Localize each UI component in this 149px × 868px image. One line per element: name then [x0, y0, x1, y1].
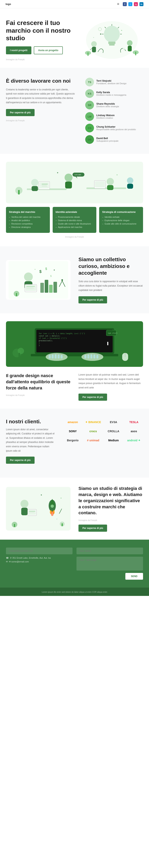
member-name: David Bell — [96, 137, 118, 140]
svg-rect-30 — [107, 185, 114, 190]
member-name: Shane Reynolds — [96, 102, 119, 105]
logos-grid: amazon✦ BINANCEEV3ATESLASONYcrocsCROLLAa… — [64, 418, 143, 444]
logo-text: EV3A — [110, 421, 117, 424]
svg-rect-2 — [108, 42, 116, 44]
hero-title: Fai crescere il tuo marchio con il nostr… — [6, 19, 75, 42]
svg-rect-58 — [45, 280, 48, 293]
svg-rect-57 — [40, 283, 44, 293]
curious-content: Siamo un collettivo curioso, ambizioso e… — [78, 256, 143, 303]
logo-item: TESLA — [125, 418, 143, 426]
team-body: Creiamo la leadership senior e la creati… — [6, 88, 75, 105]
svg-text:npm start: npm start — [108, 332, 118, 334]
svg-text:✦: ✦ — [93, 37, 94, 38]
svg-text:}: } — [39, 344, 40, 346]
curious-learn-more-button[interactable]: Per saperne di più — [78, 296, 107, 303]
footer-text: Lorem ipsum illo enim sed dolore do labo… — [42, 591, 107, 593]
team-left: È diverso lavorare con noi Creiamo la le… — [6, 78, 75, 144]
service-card-title: Identità aziendale — [56, 211, 94, 213]
design-img-label: Immagine da Freepik — [6, 394, 25, 396]
bottom-heading: Siamo un studio di strategia di marca, d… — [78, 486, 143, 516]
member-avatar: TS — [85, 78, 94, 86]
service-card: Strategia del marchio –Verifica del valo… — [6, 207, 50, 233]
curious-svg: $ $ $ ✦ ✦ — [8, 261, 68, 299]
contact-section: ☎ ✆ 351 Emett Lake, Emettville, Aut. Aut… — [0, 539, 149, 588]
service-item: –Esplorazione delle slogan — [102, 219, 140, 222]
svg-rect-84 — [88, 354, 90, 359]
logo-text: amazon — [68, 421, 78, 424]
start-project-button[interactable]: Avvia un progetto — [34, 46, 63, 54]
svg-point-47 — [24, 273, 33, 281]
logo-item: Bergorio — [64, 437, 82, 444]
phone-icon: ☎ — [6, 557, 9, 559]
svg-point-11 — [127, 40, 132, 46]
services-illustration-container: Let's talk! ✦ ✦ — [6, 162, 143, 203]
projects-button[interactable]: I nostri progetti — [6, 46, 31, 54]
svg-text:✦: ✦ — [40, 494, 42, 496]
svg-rect-75 — [31, 354, 118, 356]
svg-text:✦: ✦ — [34, 269, 36, 270]
service-item: –Applicazione del marchio — [56, 226, 94, 228]
clients-heading: I nostri clienti. — [6, 418, 56, 425]
team-member-item: TS Terri Stojceki Fondatore, direttore d… — [85, 78, 143, 86]
clients-left: I nostri clienti. Lorem ipsum dolor sit … — [6, 418, 56, 464]
contact-message-input[interactable] — [76, 557, 143, 570]
svg-text:process(val);: process(val); — [39, 340, 53, 342]
member-name: Terri Stojceki — [96, 80, 127, 82]
svg-rect-50 — [25, 285, 36, 291]
svg-rect-93 — [19, 353, 20, 359]
twitter-icon[interactable]: t — [128, 2, 132, 6]
design-left: Il grande design nasce dall'attento equi… — [6, 373, 71, 397]
facebook-icon[interactable]: f — [123, 2, 127, 6]
team-member-item: DB David Bell Sviluppatore principale — [85, 135, 143, 144]
svg-text:Let's talk!: Let's talk! — [74, 174, 81, 176]
logo-item: SONY — [64, 428, 82, 435]
svg-point-27 — [65, 174, 73, 182]
logo-text: ✦ BINANCE — [85, 421, 101, 424]
service-item: –Posizionamento ideale — [56, 216, 94, 218]
logo-item: ✦ BINANCE — [84, 418, 102, 426]
svg-point-108 — [51, 511, 54, 516]
svg-rect-63 — [16, 293, 17, 296]
instagram-icon[interactable]: ig — [134, 2, 138, 6]
member-role: Direttore medio e messaggeria — [96, 94, 126, 96]
design-section: for (var i = 0; i < data.length; i++) {'… — [0, 313, 149, 408]
svg-point-105 — [51, 504, 54, 508]
bottom-learn-more-button[interactable]: Per saperne di più — [78, 525, 107, 532]
contact-send-button[interactable]: SEND — [125, 573, 143, 580]
clients-top: I nostri clienti. Lorem ipsum dolor sit … — [6, 418, 143, 464]
curious-heading: Siamo un collettivo curioso, ambizioso e… — [78, 256, 143, 276]
svg-rect-16 — [135, 52, 136, 55]
svg-rect-39 — [95, 181, 105, 187]
hero-img-label: Immagine da Freepik — [6, 58, 25, 61]
contact-name-input[interactable] — [76, 548, 143, 554]
svg-text:✦: ✦ — [60, 497, 62, 499]
svg-text:✦: ✦ — [53, 269, 55, 272]
linkedin-icon[interactable]: in — [140, 2, 144, 6]
service-card: Identità aziendale –Posizionamento ideal… — [53, 207, 97, 233]
hero-section: Fai crescere il tuo marchio con il nostr… — [0, 8, 149, 68]
team-learn-more-button[interactable]: Per saperne di più — [6, 109, 34, 116]
svg-text:if (val > threshold) {'{'}: if (val > threshold) {'{'} — [39, 337, 67, 339]
design-right: Lorem ipsum dolor sit pulvinar mattis se… — [78, 373, 143, 401]
service-card: Strategia di comunicazione –Identità ver… — [99, 207, 143, 233]
svg-rect-85 — [91, 354, 92, 359]
svg-text:const val = data[i];: const val = data[i]; — [39, 335, 60, 337]
member-role: Responsabile della gestione del prodotto — [96, 128, 136, 131]
member-avatar: KS — [85, 89, 94, 98]
curious-section: $ $ $ ✦ ✦ Siamo un collettivo curioso, a… — [0, 246, 149, 313]
contact-email-input[interactable] — [6, 548, 73, 554]
member-avatar: SR — [85, 101, 94, 110]
logo-item: CROLLA — [104, 428, 123, 435]
member-info: Lindsay Watson Direttore creativo — [96, 114, 115, 119]
design-learn-more-button[interactable]: Per saperne di più — [78, 394, 107, 401]
clients-learn-more-button[interactable]: Per saperne di più — [6, 457, 34, 464]
svg-point-61 — [61, 279, 63, 281]
hamburger-icon[interactable]: ≡ — [117, 2, 119, 6]
svg-rect-113 — [14, 524, 15, 527]
service-item: –Analisi del pubblico — [9, 219, 47, 222]
logo-text: android ✦ — [127, 439, 141, 442]
member-role: Direttore creativo — [96, 117, 115, 119]
svg-rect-14 — [88, 52, 89, 56]
logo-item: Medium — [104, 437, 123, 444]
design-bottom: Il grande design nasce dall'attento equi… — [6, 373, 143, 401]
